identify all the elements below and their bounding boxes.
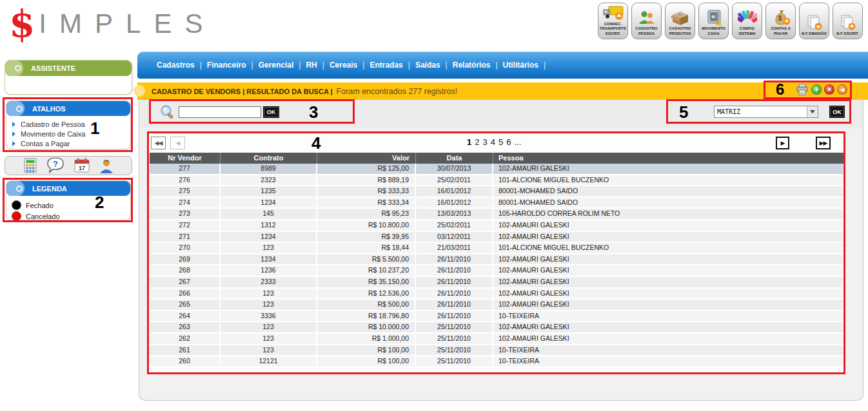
menu-item-relatorios[interactable]: Relatórios [453, 61, 491, 70]
cell-contrato: 1234 [221, 232, 317, 242]
table-row[interactable]: 26012121R$ 100,0025/11/201010-TEIXEIRA [150, 356, 844, 368]
cell-nr: 267 [150, 277, 221, 287]
column-header-valor[interactable]: Valor [317, 153, 416, 164]
cell-pessoa: 102-AMAURI GALESKI [493, 164, 844, 174]
last-page-button[interactable]: ▶▶ [816, 137, 831, 149]
printer-icon[interactable] [796, 84, 809, 95]
previous-page-button[interactable]: ◀ [170, 137, 185, 149]
table-row[interactable]: 263123R$ 10.000,0025/11/2010102-AMAURI G… [150, 322, 844, 334]
toolbar-button-cadastro-pessoa[interactable]: CADASTRO PESSOA [631, 3, 662, 39]
cell-contrato: 1312 [221, 220, 317, 231]
column-header-data[interactable]: Data [416, 153, 493, 164]
branch-select[interactable]: MATRIZ [714, 106, 818, 118]
table-row[interactable]: 270123R$ 18,4421/03/2011101-ALCIONE MIGU… [150, 243, 844, 254]
column-header-pessoa[interactable]: Pessoa [493, 153, 844, 164]
branch-ok-button[interactable]: OK [829, 106, 845, 118]
table-row[interactable]: 2762323R$ 889,1925/02/2011101-ALCIONE MI… [150, 175, 844, 187]
menu-item-gerencial[interactable]: Gerencial [259, 61, 294, 70]
table-row[interactable]: 2711234R$ 39,9503/12/2011102-AMAURI GALE… [150, 232, 844, 244]
cell-contrato: 123 [221, 300, 317, 310]
page-number-link[interactable]: 4 [491, 137, 495, 147]
toolbar-button-movimento-caixa[interactable]: MOVIMENTO CAIXA [698, 3, 729, 39]
toolbar-button-cadastro-produtos[interactable]: CADASTRO PRODUTOS [665, 3, 695, 39]
page-number-link[interactable]: ... [514, 137, 521, 147]
shortcut-movimento-de-caixa[interactable]: Movimento de Caixa [12, 129, 130, 139]
page-number-link[interactable]: 3 [482, 137, 487, 147]
cell-valor: R$ 10.800,00 [317, 220, 416, 231]
toolbar-button-label: CADASTRO PRODUTOS [666, 26, 694, 37]
table-row[interactable]: 2721312R$ 10.800,0025/02/2011102-AMAURI … [150, 220, 844, 232]
cell-valor: R$ 333,33 [317, 186, 416, 196]
cell-contrato: 123 [221, 322, 317, 332]
legend-item-fechado: Fechado [12, 200, 130, 211]
cell-contrato: 123 [221, 289, 317, 299]
cell-data: 30/07/2013 [416, 164, 493, 174]
table-row[interactable]: 265123R$ 500,0026/11/2010102-AMAURI GALE… [150, 300, 844, 311]
page-number-link[interactable]: 6 [506, 137, 511, 147]
toolbar-button-contas-a-pagar[interactable]: $CONTAS A PAGAR [765, 3, 796, 39]
search-ok-button[interactable]: OK [263, 106, 279, 118]
cell-valor: R$ 18,44 [317, 243, 416, 253]
table-row[interactable]: 273145R$ 95,2313/03/2013105-HAROLDO CORR… [150, 209, 844, 220]
table-row[interactable]: 2778989R$ 125,0030/07/2013102-AMAURI GAL… [150, 164, 844, 175]
table-row[interactable]: 2751235R$ 333,3316/01/201280001-MOHAMED … [150, 186, 844, 198]
user-icon[interactable] [99, 158, 114, 174]
add-icon[interactable]: + [811, 84, 822, 95]
page-number-link[interactable]: 2 [475, 137, 479, 147]
help-icon[interactable]: ? [46, 157, 65, 174]
cell-nr: 274 [150, 198, 221, 208]
back-icon[interactable]: ◀ [837, 84, 847, 95]
quick-access-toolbar: CONHEC. TRANSPORTE ESCRIT.CADASTRO PESSO… [598, 3, 863, 39]
shortcut-contas-a-pagar[interactable]: Contas a Pagar [12, 139, 130, 148]
table-row[interactable]: 2691234R$ 5.500,0026/11/2010102-AMAURI G… [150, 254, 844, 266]
cell-contrato: 8989 [221, 164, 317, 174]
tools-row: ?17 [5, 156, 132, 175]
menu-item-saidas[interactable]: Saídas [415, 61, 440, 70]
palette-icon [738, 8, 757, 26]
toolbar-button-label: CONTAS A PAGAR [767, 26, 794, 37]
cell-data: 16/01/2012 [416, 186, 493, 196]
delete-icon[interactable]: ✕ [824, 84, 834, 95]
cell-contrato: 2333 [221, 277, 317, 287]
cell-nr: 270 [150, 243, 221, 253]
bullet-icon [12, 122, 15, 127]
app-logo: $ IMPLES [9, 5, 215, 43]
toolbar-button-conhec-transporte[interactable]: CONHEC. TRANSPORTE ESCRIT. [598, 3, 628, 39]
search-input[interactable] [179, 106, 261, 118]
cell-pessoa: 10-TEIXEIRA [493, 356, 844, 367]
table-row[interactable]: 262123R$ 1.000,0025/11/2010102-AMAURI GA… [150, 334, 844, 345]
menu-item-utilitarios[interactable]: Utilitários [503, 61, 538, 70]
menu-item-entradas[interactable]: Entradas [370, 61, 402, 70]
table-row[interactable]: 261123R$ 100,0025/11/201010-TEIXEIRA [150, 345, 844, 357]
table-row[interactable]: 2741234R$ 333,3416/01/201280001-MOHAMED … [150, 198, 844, 209]
table-row[interactable]: 2672333R$ 35.150,0026/11/2010102-AMAURI … [150, 277, 844, 289]
cell-valor: R$ 39,95 [317, 232, 416, 242]
next-page-button[interactable]: ▶ [776, 137, 789, 149]
first-page-button[interactable]: ◀◀ [151, 137, 166, 149]
page-number-link[interactable]: 5 [498, 137, 503, 147]
menu-separator: | [252, 61, 253, 70]
page-number-current[interactable]: 1 [467, 137, 471, 147]
table-row[interactable]: 2643336R$ 18.796,8026/11/201010-TEIXEIRA [150, 311, 844, 323]
menu-item-financeiro[interactable]: Financeiro [207, 61, 246, 70]
atalhos-header: ATALHOS [6, 101, 130, 116]
column-header-nr-vendor[interactable]: Nr Vendor [150, 153, 221, 164]
cell-valor: R$ 889,19 [317, 175, 416, 186]
column-header-contrato[interactable]: Contrato [221, 153, 317, 164]
shortcut-cadastro-de-pessoa[interactable]: Cadastro de Pessoa [12, 119, 130, 129]
cell-pessoa: 80001-MOHAMED SAIDO [493, 186, 844, 196]
menu-item-cereais[interactable]: Cereais [330, 61, 357, 70]
table-row[interactable]: 2681236R$ 10.237,2026/11/2010102-AMAURI … [150, 265, 844, 277]
toolbar-button-nf-escrit[interactable]: N F ESCRIT. [833, 3, 863, 39]
menu-item-cadastros[interactable]: Cadastros [157, 61, 195, 70]
menu-item-rh[interactable]: RH [306, 61, 317, 70]
menu-separator: | [446, 61, 448, 70]
toolbar-button-nf-emissao[interactable]: N F EMISSÃO [799, 3, 829, 39]
chevron-down-icon[interactable] [807, 106, 818, 117]
toolbar-button-config-sistema[interactable]: CONFIG SISTEMA [732, 3, 762, 39]
cell-nr: 272 [150, 220, 221, 231]
calendar-icon[interactable]: 17 [74, 158, 90, 173]
calculator-icon[interactable] [23, 158, 37, 173]
cell-nr: 263 [150, 322, 221, 332]
table-row[interactable]: 266123R$ 12.536,0026/11/2010102-AMAURI G… [150, 289, 844, 300]
